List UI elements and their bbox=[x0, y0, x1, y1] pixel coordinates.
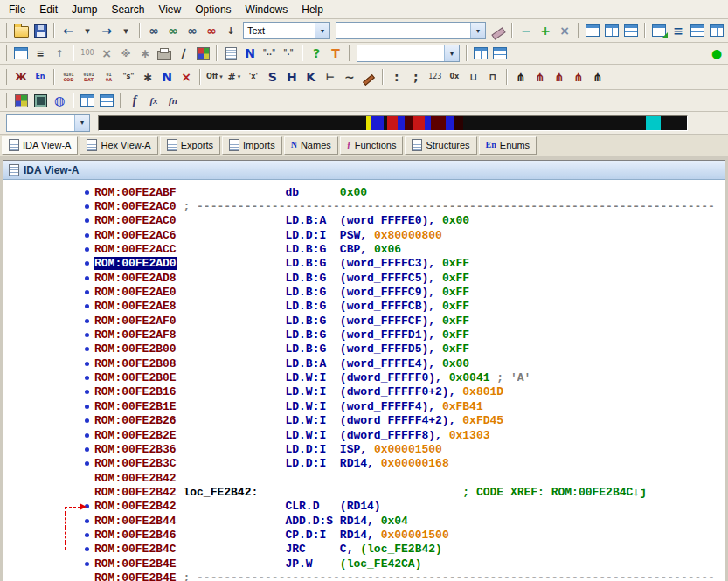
save-file-icon[interactable] bbox=[31, 22, 50, 39]
disasm-line[interactable]: ROM:00FE2B00 LD.B:G (word_FFFFD5), 0xFF bbox=[14, 342, 725, 356]
semicolon-comment-icon[interactable]: ; bbox=[406, 68, 426, 86]
number-type-dropdown[interactable]: #▾ bbox=[225, 68, 244, 86]
chevron-down-icon[interactable]: ▾ bbox=[74, 115, 89, 131]
parent-up-icon[interactable]: ↑ bbox=[50, 45, 69, 62]
chevron-down-icon[interactable]: ▾ bbox=[470, 23, 485, 38]
reanalyze-icon[interactable]: ※ bbox=[116, 45, 135, 62]
menu-item-jump[interactable]: Jump bbox=[65, 2, 104, 17]
stack-open-icon[interactable]: ⊔ bbox=[464, 68, 483, 86]
back-history-dropdown-icon[interactable]: ▾ bbox=[78, 22, 97, 39]
disasm-line[interactable]: ROM:00FE2B4C JRC C, (loc_FE2B42) bbox=[14, 543, 725, 557]
expand-item-icon[interactable]: + bbox=[536, 22, 555, 39]
make-code-icon[interactable]: 0101COD bbox=[59, 68, 79, 86]
disassembly-view[interactable]: ROM:00FE2ABF db 0x00ROM:00FE2AC0 ; -----… bbox=[3, 180, 725, 581]
make-align-icon[interactable]: 010A bbox=[99, 68, 119, 86]
disasm-line[interactable]: ROM:00FE2AC0 LD.B:A (word_FFFFE0), 0x00 bbox=[14, 214, 725, 228]
color-palette-icon[interactable] bbox=[193, 45, 212, 62]
tab-functions[interactable]: ƒFunctions bbox=[340, 136, 404, 155]
tab-enums[interactable]: EnEnums bbox=[479, 136, 537, 155]
disasm-line[interactable]: ROM:00FE2AF0 LD.B:G (word_FFFFCF), 0xFF bbox=[14, 314, 725, 328]
collapse-item-icon[interactable]: − bbox=[517, 22, 536, 39]
window-popup-icon[interactable] bbox=[649, 22, 669, 39]
recent-scripts-combo[interactable]: ▾ bbox=[357, 45, 460, 62]
printer-icon[interactable] bbox=[155, 45, 174, 62]
tab-exports[interactable]: Exports bbox=[160, 136, 220, 155]
details-list-icon[interactable]: ≡ bbox=[31, 45, 50, 62]
xrefs-from-graph-icon[interactable]: ⋔ bbox=[569, 68, 588, 86]
menu-item-help[interactable]: Help bbox=[295, 2, 330, 17]
disasm-line[interactable]: ROM:00FE2B3C LD.D:I RD14, 0x00000168 bbox=[14, 457, 725, 471]
desktop-window-icon[interactable] bbox=[11, 45, 31, 62]
search-again-up-icon[interactable]: ∞ bbox=[183, 22, 202, 39]
disasm-line[interactable]: ROM:00FE2B42 bbox=[14, 471, 725, 485]
bitwise-negate-icon[interactable]: ~ bbox=[340, 68, 359, 86]
disasm-line[interactable]: ROM:00FE2B26 LD.W:I (dword_FFFFF4+2), 0x… bbox=[14, 414, 725, 428]
split-view-icon[interactable] bbox=[471, 45, 490, 62]
search-type-combo[interactable]: Text▾ bbox=[243, 22, 330, 39]
navigate-back-icon[interactable]: ← bbox=[59, 22, 78, 39]
hex-radix-icon[interactable]: 0x bbox=[445, 68, 464, 86]
tab-ida-view-a[interactable]: IDA View-A bbox=[2, 136, 78, 155]
flow-chart-icon[interactable]: ⋔ bbox=[511, 68, 530, 86]
disasm-line[interactable]: ROM:00FE2B36 LD.D:I ISP, 0x00001500 bbox=[14, 442, 725, 456]
function-end-icon[interactable]: fn bbox=[163, 92, 183, 109]
edit-function-icon[interactable]: fx bbox=[144, 92, 163, 109]
disasm-line[interactable]: ROM:00FE2B42 CLR.D (RD14) bbox=[14, 500, 725, 514]
huge-type-icon[interactable]: H bbox=[282, 68, 302, 86]
menu-item-file[interactable]: File bbox=[2, 2, 32, 17]
rename-icon[interactable]: N bbox=[240, 45, 260, 62]
offset-type-dropdown[interactable]: Off▾ bbox=[205, 68, 225, 86]
close-view-icon[interactable]: × bbox=[555, 22, 574, 39]
search-again-down-icon[interactable]: ∞ bbox=[163, 22, 183, 39]
new-window-icon[interactable] bbox=[490, 45, 510, 62]
windows-cascade-icon[interactable] bbox=[583, 22, 602, 39]
menu-item-edit[interactable]: Edit bbox=[32, 2, 65, 17]
help-icon[interactable]: ? bbox=[307, 45, 326, 62]
tooltip-icon[interactable]: T bbox=[326, 45, 345, 62]
make-string-icon[interactable]: "s" bbox=[119, 68, 138, 86]
windows-tile-vertical-icon[interactable] bbox=[602, 22, 621, 39]
disasm-line[interactable]: ROM:00FE2B46 CP.D:I RD14, 0x00001500 bbox=[14, 528, 725, 542]
forward-history-dropdown-icon[interactable]: ▾ bbox=[116, 22, 135, 39]
split-vertical-icon[interactable] bbox=[97, 92, 116, 109]
disasm-line[interactable]: ROM:00FE2AD8 LD.B:G (word_FFFFC5), 0xFF bbox=[14, 271, 725, 285]
chevron-down-icon[interactable]: ▾ bbox=[444, 45, 459, 61]
disasm-line[interactable]: ROM:00FE2AC0 ; -------------------------… bbox=[14, 199, 725, 213]
pascal-string-icon[interactable]: "." bbox=[279, 45, 298, 62]
disasm-line[interactable]: ROM:00FE2B2E LD.W:I (dword_FFFFF8), 0x13… bbox=[14, 428, 725, 442]
crossed-arrows-icon[interactable]: × bbox=[97, 45, 116, 62]
jump-address-icon[interactable]: ↓ bbox=[221, 22, 240, 39]
address-combo[interactable]: ▾ bbox=[6, 114, 90, 132]
menu-item-search[interactable]: Search bbox=[104, 2, 151, 17]
tab-structures[interactable]: Structures bbox=[405, 136, 476, 155]
disasm-line[interactable]: ROM:00FE2B4E ; -------------------------… bbox=[14, 571, 725, 581]
disasm-line[interactable]: ROM:00FE2AC6 LD.D:I PSW, 0x80000800 bbox=[14, 228, 725, 242]
windows-tile-horizontal-icon[interactable] bbox=[621, 22, 641, 39]
disasm-line[interactable]: ROM:00FE2ABF db 0x00 bbox=[14, 185, 725, 199]
make-array-icon[interactable]: ∗ bbox=[138, 68, 157, 86]
disasm-line[interactable]: ROM:00FE2ACC LD.B:G CBP, 0x06 bbox=[14, 242, 725, 256]
enum-member-icon[interactable]: En bbox=[31, 68, 50, 86]
ascii-string-icon[interactable]: ".." bbox=[260, 45, 279, 62]
array-star-icon[interactable]: Ж bbox=[11, 68, 31, 86]
disasm-line[interactable]: ROM:00FE2B4E JP.W (loc_FE42CA) bbox=[14, 557, 725, 571]
manual-operand-icon[interactable] bbox=[359, 68, 378, 86]
user-graph-icon[interactable]: ⋔ bbox=[588, 68, 607, 86]
side-by-side-windows-icon[interactable] bbox=[707, 22, 726, 39]
search-binoculars-icon[interactable]: ∞ bbox=[144, 22, 163, 39]
colon-comment-icon[interactable]: : bbox=[387, 68, 406, 86]
make-name-icon[interactable]: N bbox=[157, 68, 177, 86]
signature-icon[interactable]: ∕ bbox=[174, 45, 193, 62]
split-horizontal-icon[interactable] bbox=[78, 92, 97, 109]
call-graph-icon[interactable]: ⋔ bbox=[530, 68, 550, 86]
stack-windows-icon[interactable] bbox=[688, 22, 707, 39]
zoom-100-icon[interactable]: 100 bbox=[78, 45, 97, 62]
menu-item-view[interactable]: View bbox=[151, 2, 188, 17]
create-function-icon[interactable]: f bbox=[125, 92, 144, 109]
disasm-line[interactable]: ROM:00FE2AE8 LD.B:G (word_FFFFCB), 0xFF bbox=[14, 300, 725, 314]
disasm-line[interactable]: ROM:00FE2AD0 LD.B:G (word_FFFFC3), 0xFF bbox=[14, 257, 725, 271]
create-segment-icon[interactable] bbox=[221, 45, 240, 62]
const-type-icon[interactable]: K bbox=[302, 68, 321, 86]
make-data-icon[interactable]: 0101DAT bbox=[79, 68, 99, 86]
field-width-icon[interactable]: ⊢ bbox=[321, 68, 340, 86]
